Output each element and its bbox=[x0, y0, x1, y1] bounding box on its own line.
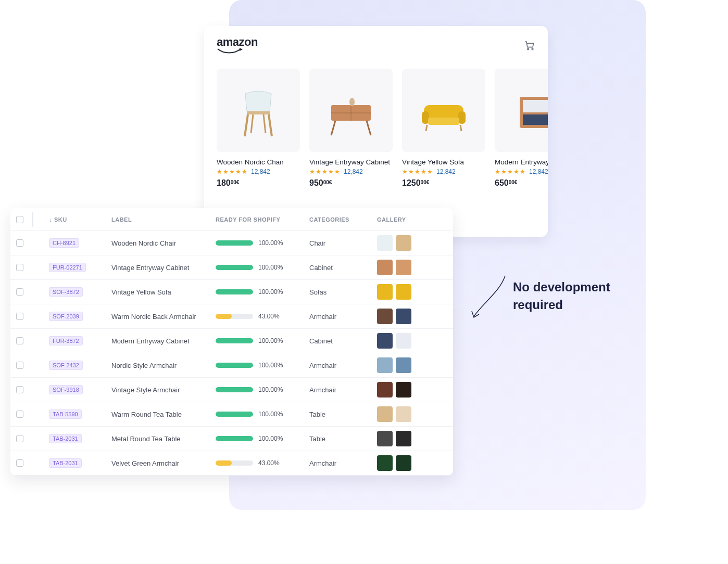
row-category: Table bbox=[306, 411, 374, 418]
gallery-thumb[interactable] bbox=[377, 260, 393, 275]
gallery-thumb[interactable] bbox=[396, 333, 411, 349]
sku-badge[interactable]: SOF-2432 bbox=[49, 361, 83, 370]
product-price: 65000€ bbox=[495, 178, 548, 188]
gallery-thumb[interactable] bbox=[377, 406, 393, 422]
gallery-thumb[interactable] bbox=[396, 455, 411, 471]
table-row[interactable]: SOF-9918Vintage Style Armchair100.00%Arm… bbox=[10, 378, 453, 402]
gallery-thumb[interactable] bbox=[377, 431, 393, 446]
gallery-thumb[interactable] bbox=[377, 455, 393, 471]
progress-cell: 100.00% bbox=[212, 411, 306, 418]
review-count[interactable]: 12,842 bbox=[436, 168, 456, 175]
table-row[interactable]: TAB-5590Warm Round Tea Table100.00%Table bbox=[10, 402, 453, 427]
sku-badge[interactable]: SOF-2039 bbox=[49, 312, 83, 321]
progress-cell: 43.00% bbox=[212, 313, 306, 320]
product-card[interactable]: Modern Entryway ★★★★★ 12,842 65000€ bbox=[495, 69, 548, 188]
product-card[interactable]: Vintage Yellow Sofa ★★★★★ 12,842 125000€ bbox=[402, 69, 485, 188]
cart-icon[interactable] bbox=[524, 40, 535, 51]
header-categories[interactable]: CATEGORIES bbox=[306, 216, 374, 223]
sku-badge[interactable]: SOF-3872 bbox=[49, 287, 83, 297]
gallery-cell bbox=[374, 357, 447, 373]
product-card[interactable]: Wooden Nordic Chair ★★★★★ 12,842 18000€ bbox=[217, 69, 300, 188]
table-row[interactable]: SOF-2432Nordic Style Armchair100.00%Armc… bbox=[10, 353, 453, 378]
row-category: Armchair bbox=[306, 313, 374, 321]
gallery-thumb[interactable] bbox=[396, 309, 411, 324]
gallery-thumb[interactable] bbox=[396, 235, 411, 251]
brand-text: amazon bbox=[217, 36, 258, 48]
gallery-thumb[interactable] bbox=[396, 431, 411, 446]
progress-fill bbox=[216, 265, 253, 270]
row-checkbox[interactable] bbox=[16, 362, 23, 369]
gallery-cell bbox=[374, 406, 447, 422]
gallery-thumb[interactable] bbox=[377, 333, 393, 349]
table-row[interactable]: SOF-3872Vintage Yellow Sofa100.00%Sofas bbox=[10, 280, 453, 304]
progress-cell: 100.00% bbox=[212, 435, 306, 442]
row-category: Sofas bbox=[306, 288, 374, 296]
select-all-checkbox[interactable] bbox=[16, 216, 23, 223]
rating-row: ★★★★★ 12,842 bbox=[217, 168, 300, 175]
row-category: Table bbox=[306, 435, 374, 443]
header-sku[interactable]: ↓SKU bbox=[46, 216, 108, 223]
gallery-thumb[interactable] bbox=[396, 406, 411, 422]
progress-track bbox=[216, 436, 253, 441]
review-count[interactable]: 12,842 bbox=[529, 168, 548, 175]
row-label: Nordic Style Armchair bbox=[108, 362, 212, 369]
sku-badge[interactable]: TAB-2031 bbox=[49, 434, 82, 443]
sku-badge[interactable]: SOF-9918 bbox=[49, 385, 83, 394]
header-ready[interactable]: READY FOR SHOPIFY bbox=[212, 216, 306, 223]
gallery-cell bbox=[374, 284, 447, 300]
table-row[interactable]: TAB-2031Velvet Green Armchair43.00%Armch… bbox=[10, 451, 453, 476]
progress-track bbox=[216, 387, 253, 392]
gallery-thumb[interactable] bbox=[377, 284, 393, 300]
sku-badge[interactable]: TAB-5590 bbox=[49, 409, 82, 419]
table-row[interactable]: FUR-3872Modern Entryway Cabinet100.00%Ca… bbox=[10, 329, 453, 353]
gallery-thumb[interactable] bbox=[396, 284, 411, 300]
row-checkbox[interactable] bbox=[16, 313, 23, 320]
gallery-thumb[interactable] bbox=[377, 357, 393, 373]
sku-badge[interactable]: TAB-2031 bbox=[49, 458, 82, 468]
table-row[interactable]: SOF-2039Warm Nordic Back Armchair43.00%A… bbox=[10, 304, 453, 329]
svg-point-0 bbox=[528, 48, 529, 50]
row-checkbox[interactable] bbox=[16, 459, 23, 467]
sku-badge[interactable]: CH-8921 bbox=[49, 238, 79, 248]
sku-badge[interactable]: FUR-3872 bbox=[49, 336, 83, 345]
gallery-cell bbox=[374, 455, 447, 471]
row-checkbox[interactable] bbox=[16, 239, 23, 247]
progress-percent: 100.00% bbox=[258, 362, 283, 369]
progress-fill bbox=[216, 338, 253, 343]
gallery-thumb[interactable] bbox=[377, 309, 393, 324]
product-card[interactable]: Vintage Entryway Cabinet ★★★★★ 12,842 95… bbox=[309, 69, 393, 188]
product-data-table: ↓SKU LABEL READY FOR SHOPIFY CATEGORIES … bbox=[10, 208, 453, 476]
arrow-icon bbox=[469, 271, 510, 323]
stars-icon: ★★★★★ bbox=[309, 168, 341, 175]
progress-cell: 43.00% bbox=[212, 459, 306, 467]
table-row[interactable]: CH-8921Wooden Nordic Chair100.00%Chair bbox=[10, 231, 453, 255]
progress-cell: 100.00% bbox=[212, 264, 306, 271]
progress-percent: 43.00% bbox=[258, 313, 280, 320]
table-row[interactable]: TAB-2031Metal Round Tea Table100.00%Tabl… bbox=[10, 427, 453, 451]
sku-badge[interactable]: FUR-02271 bbox=[49, 263, 86, 272]
row-label: Vintage Entryway Cabinet bbox=[108, 264, 212, 272]
header-label[interactable]: LABEL bbox=[108, 216, 212, 223]
progress-track bbox=[216, 460, 253, 466]
gallery-thumb[interactable] bbox=[396, 260, 411, 275]
row-label: Vintage Yellow Sofa bbox=[108, 288, 212, 296]
product-name: Vintage Yellow Sofa bbox=[402, 158, 485, 166]
review-count[interactable]: 12,842 bbox=[251, 168, 270, 175]
row-checkbox[interactable] bbox=[16, 411, 23, 418]
gallery-thumb[interactable] bbox=[396, 382, 411, 398]
row-checkbox[interactable] bbox=[16, 435, 23, 442]
row-checkbox[interactable] bbox=[16, 288, 23, 296]
svg-line-6 bbox=[263, 114, 266, 133]
header-gallery[interactable]: GALLERY bbox=[374, 216, 447, 223]
row-checkbox[interactable] bbox=[16, 264, 23, 271]
row-checkbox[interactable] bbox=[16, 386, 23, 393]
stars-icon: ★★★★★ bbox=[217, 168, 248, 175]
gallery-cell bbox=[374, 309, 447, 324]
review-count[interactable]: 12,842 bbox=[344, 168, 363, 175]
gallery-thumb[interactable] bbox=[396, 357, 411, 373]
row-checkbox[interactable] bbox=[16, 337, 23, 344]
svg-line-4 bbox=[269, 114, 272, 136]
table-row[interactable]: FUR-02271Vintage Entryway Cabinet100.00%… bbox=[10, 255, 453, 280]
gallery-thumb[interactable] bbox=[377, 382, 393, 398]
gallery-thumb[interactable] bbox=[377, 235, 393, 251]
